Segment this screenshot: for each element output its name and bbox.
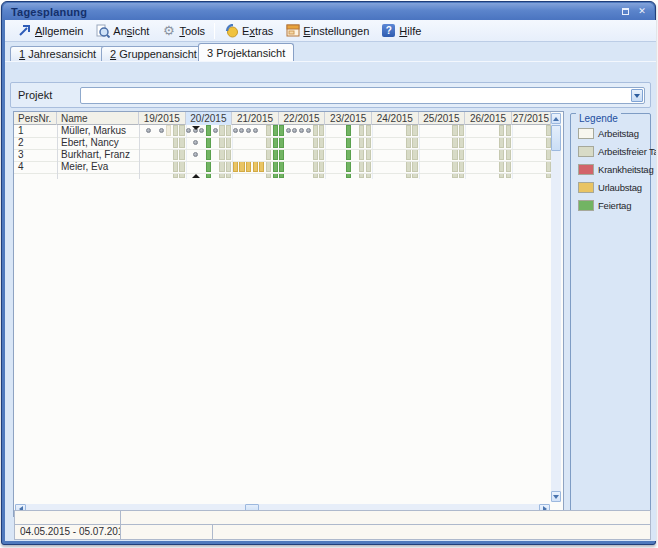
weekend-day-cell[interactable] (499, 125, 504, 136)
weekend-day-cell[interactable] (366, 125, 371, 136)
booking-dot[interactable] (286, 128, 291, 133)
weekend-day-cell[interactable] (179, 149, 184, 160)
weekend-day-cell[interactable] (412, 137, 417, 148)
weekend-day-cell[interactable] (506, 137, 511, 148)
weekend-day-cell[interactable] (506, 149, 511, 160)
booking-dot[interactable] (239, 128, 244, 133)
vacation-day-cell[interactable] (253, 161, 258, 172)
week-header[interactable]: 20/2015 (186, 112, 233, 125)
menu-item-einstellungen[interactable]: Einstellungen (279, 21, 375, 41)
holiday-day-cell[interactable] (206, 149, 211, 160)
booking-dot[interactable] (199, 128, 204, 133)
weekend-day-cell[interactable] (546, 149, 551, 160)
weekend-day-cell[interactable] (366, 149, 371, 160)
menu-item-hilfe[interactable]: ? Hilfe (375, 21, 427, 41)
weekend-day-cell[interactable] (313, 125, 318, 136)
holiday-day-cell[interactable] (273, 161, 278, 172)
weekend-day-cell[interactable] (546, 125, 551, 136)
booking-dot[interactable] (193, 152, 198, 157)
weekend-day-cell[interactable] (179, 125, 184, 136)
holiday-day-cell[interactable] (346, 137, 351, 148)
week-header[interactable]: 26/2015 (465, 112, 512, 125)
menu-item-extras[interactable]: Extras (218, 21, 279, 41)
vacation-day-cell[interactable] (246, 161, 251, 172)
weekend-day-cell[interactable] (219, 149, 224, 160)
weekend-day-cell[interactable] (173, 137, 178, 148)
weekend-day-cell[interactable] (266, 125, 271, 136)
weekend-day-cell[interactable] (226, 125, 231, 136)
weekend-day-cell[interactable] (226, 161, 231, 172)
weekend-day-cell[interactable] (459, 137, 464, 148)
weekend-day-cell[interactable] (366, 137, 371, 148)
weekend-day-cell[interactable] (266, 161, 271, 172)
week-header[interactable]: 22/2015 (279, 112, 326, 125)
booking-dot[interactable] (306, 128, 311, 133)
restore-icon[interactable] (619, 6, 631, 17)
weekend-day-cell[interactable] (266, 149, 271, 160)
weekend-day-cell[interactable] (313, 161, 318, 172)
weekend-day-cell[interactable] (412, 149, 417, 160)
weekend-day-cell[interactable] (219, 125, 224, 136)
booking-dot[interactable] (159, 128, 164, 133)
workday-cell[interactable] (166, 125, 171, 136)
weekend-day-cell[interactable] (319, 137, 324, 148)
weekend-day-cell[interactable] (319, 161, 324, 172)
weekend-day-cell[interactable] (359, 137, 364, 148)
weekend-day-cell[interactable] (173, 161, 178, 172)
weekend-day-cell[interactable] (219, 137, 224, 148)
booking-dot[interactable] (186, 128, 191, 133)
weekend-day-cell[interactable] (313, 149, 318, 160)
weekend-day-cell[interactable] (359, 125, 364, 136)
row-name[interactable]: Burkhart, Franz (61, 149, 137, 161)
week-header[interactable]: 23/2015 (325, 112, 372, 125)
row-name[interactable]: Meier, Eva (61, 161, 137, 173)
holiday-day-cell[interactable] (279, 149, 284, 160)
row-name[interactable]: Müller, Markus (61, 125, 137, 137)
weekend-day-cell[interactable] (173, 125, 178, 136)
weekend-day-cell[interactable] (546, 137, 551, 148)
holiday-day-cell[interactable] (206, 137, 211, 148)
week-header[interactable]: 21/2015 (232, 112, 279, 125)
booking-dot[interactable] (299, 128, 304, 133)
weekend-day-cell[interactable] (406, 125, 411, 136)
booking-dot[interactable] (292, 128, 297, 133)
weekend-day-cell[interactable] (459, 161, 464, 172)
column-header-persnr[interactable]: PersNr. (14, 112, 57, 125)
weekend-day-cell[interactable] (452, 161, 457, 172)
weekend-day-cell[interactable] (359, 149, 364, 160)
booking-dot[interactable] (233, 128, 238, 133)
menu-item-tools[interactable]: ⚙ Tools (155, 21, 211, 41)
vertical-scroll-thumb[interactable] (551, 125, 561, 151)
holiday-day-cell[interactable] (279, 125, 284, 136)
weekend-day-cell[interactable] (219, 161, 224, 172)
close-icon[interactable]: ✕ (636, 6, 648, 17)
weekend-day-cell[interactable] (506, 161, 511, 172)
vacation-day-cell[interactable] (239, 161, 244, 172)
vacation-day-cell[interactable] (233, 161, 238, 172)
weekend-day-cell[interactable] (179, 161, 184, 172)
weekend-day-cell[interactable] (366, 161, 371, 172)
week-header[interactable]: 27/2015 (512, 112, 551, 125)
weekend-day-cell[interactable] (546, 161, 551, 172)
holiday-day-cell[interactable] (346, 149, 351, 160)
menu-item-allgemein[interactable]: Allgemein (11, 21, 89, 41)
weekend-day-cell[interactable] (506, 125, 511, 136)
vertical-scrollbar[interactable] (551, 113, 561, 502)
tab-projektansicht[interactable]: 3 Projektansicht (198, 43, 294, 61)
week-header[interactable]: 24/2015 (372, 112, 419, 125)
weekend-day-cell[interactable] (452, 125, 457, 136)
weekend-day-cell[interactable] (459, 149, 464, 160)
combo-dropdown-icon[interactable] (631, 89, 643, 102)
week-header[interactable]: 25/2015 (419, 112, 466, 125)
weekend-day-cell[interactable] (266, 137, 271, 148)
menu-item-ansicht[interactable]: Ansicht (89, 21, 155, 41)
booking-dot[interactable] (253, 128, 258, 133)
booking-dot[interactable] (246, 128, 251, 133)
weekend-day-cell[interactable] (359, 161, 364, 172)
holiday-day-cell[interactable] (273, 137, 278, 148)
tab-jahresansicht[interactable]: 1 Jahresansicht (10, 46, 105, 61)
holiday-day-cell[interactable] (206, 125, 211, 136)
weekend-day-cell[interactable] (452, 149, 457, 160)
weekend-day-cell[interactable] (412, 125, 417, 136)
row-name[interactable]: Ebert, Nancy (61, 137, 137, 149)
